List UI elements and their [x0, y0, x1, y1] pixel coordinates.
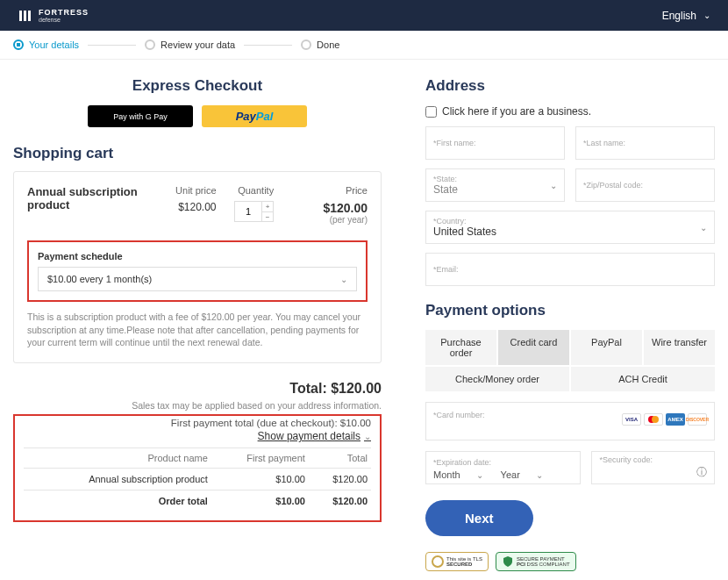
- show-payment-details-toggle[interactable]: Show payment details ⌄: [258, 430, 371, 442]
- price-label: Price: [292, 185, 368, 196]
- qty-up-button[interactable]: +: [262, 202, 273, 211]
- svg-rect-1: [24, 11, 26, 21]
- chevron-down-icon: ⌄: [340, 275, 347, 284]
- gpay-button[interactable]: Pay with G Pay: [88, 105, 193, 127]
- first-payment-line: First payment total (due at checkout): $…: [24, 416, 371, 428]
- table-row: Annual subscription product $10.00 $120.…: [24, 469, 371, 490]
- step-circle-icon: [301, 39, 311, 50]
- security-badges: This site is TLSSECURED SECURE PAYMENTPC…: [425, 552, 715, 571]
- qty-down-button[interactable]: −: [262, 211, 273, 221]
- svg-rect-0: [19, 11, 22, 21]
- th-total: Total: [309, 448, 371, 469]
- paypal-label-2: Pal: [256, 110, 274, 123]
- address-heading: Address: [425, 77, 715, 95]
- business-checkbox[interactable]: [425, 106, 437, 118]
- gpay-label: Pay with G Pay: [113, 112, 168, 121]
- step-circle-icon: [13, 39, 24, 50]
- total-line: Total: $120.00: [13, 381, 382, 397]
- payment-paypal[interactable]: PayPal: [571, 330, 642, 365]
- field-label: Country:: [433, 217, 496, 226]
- language-selector[interactable]: English ⌄: [662, 10, 710, 22]
- per-year-label: (per year): [292, 215, 368, 225]
- mastercard-icon: [644, 413, 663, 426]
- step-your-details[interactable]: Your details: [13, 39, 79, 50]
- chevron-down-icon: ⌄: [700, 223, 707, 233]
- info-icon[interactable]: ⓘ: [696, 465, 707, 480]
- amex-icon: AMEX: [666, 413, 685, 426]
- quantity-input[interactable]: [235, 202, 261, 221]
- payment-purchase-order[interactable]: Purchase order: [425, 330, 496, 365]
- field-label: State:: [433, 175, 458, 183]
- unit-price-value: $120.00: [178, 201, 216, 213]
- subscription-note: This is a subscription product with a fe…: [27, 311, 368, 349]
- app-header: FORTRESS defense English ⌄: [0, 0, 728, 31]
- th-product-name: Product name: [24, 448, 211, 469]
- field-label: Zip/Postal code:: [583, 181, 707, 190]
- chevron-down-icon: ⌄: [703, 11, 710, 20]
- order-total-total: $120.00: [309, 490, 371, 512]
- tls-secured-badge: This site is TLSSECURED: [425, 552, 489, 571]
- pci-compliant-badge: SECURE PAYMENTPCI DSS COMPLIANT: [496, 552, 576, 571]
- cart-box: Annual subscription product Unit price $…: [13, 171, 382, 363]
- order-total-row: Order total $10.00 $120.00: [24, 490, 371, 512]
- payment-details-box: First payment total (due at checkout): $…: [13, 414, 382, 522]
- tax-note: Sales tax may be applied based on your a…: [13, 400, 382, 411]
- payment-ach-credit[interactable]: ACH Credit: [571, 367, 715, 391]
- chevron-down-icon: ⌄: [536, 470, 543, 480]
- business-label: Click here if you are a business.: [442, 105, 591, 118]
- paypal-button[interactable]: PayPal: [202, 105, 307, 127]
- payment-details-table: Product name First payment Total Annual …: [24, 448, 371, 512]
- field-label: First name:: [433, 139, 557, 147]
- field-label: Card number:: [433, 411, 485, 419]
- schedule-select[interactable]: $10.00 every 1 month(s) ⌄: [38, 267, 357, 291]
- cell-first: $10.00: [211, 469, 309, 490]
- step-review[interactable]: Review your data: [145, 39, 235, 50]
- payment-check-money-order[interactable]: Check/Money order: [425, 367, 569, 391]
- expiration-field: Expiration date: Month⌄ Year⌄: [425, 451, 581, 484]
- month-label: Month: [433, 469, 460, 480]
- zip-field[interactable]: Zip/Postal code:: [575, 168, 715, 202]
- brand-sub: defense: [39, 17, 89, 23]
- step-label: Review your data: [161, 39, 235, 50]
- step-circle-icon: [145, 39, 155, 50]
- state-value: State: [433, 183, 458, 196]
- first-name-field[interactable]: First name:: [425, 126, 565, 160]
- chevron-down-icon: ⌄: [550, 181, 557, 190]
- email-field[interactable]: Email:: [425, 253, 715, 286]
- paypal-label-1: Pay: [236, 110, 256, 123]
- field-label: Last name:: [583, 139, 707, 147]
- schedule-label: Payment schedule: [38, 251, 357, 261]
- unit-price-label: Unit price: [140, 185, 216, 196]
- checkout-steps: Your details Review your data Done: [0, 31, 728, 60]
- security-code-field[interactable]: Security code: ⓘ: [591, 451, 715, 484]
- step-label: Done: [317, 39, 339, 50]
- chevron-down-icon: ⌄: [364, 432, 371, 441]
- state-select[interactable]: State:State ⌄: [425, 168, 565, 202]
- step-done[interactable]: Done: [301, 39, 339, 50]
- field-label: Email:: [433, 265, 707, 274]
- last-name-field[interactable]: Last name:: [575, 126, 715, 160]
- card-number-field[interactable]: Card number: VISA AMEX DISCOVER: [425, 402, 715, 440]
- country-select[interactable]: Country:United States ⌄: [425, 211, 715, 244]
- cart-item-name: Annual subscription product: [27, 185, 140, 211]
- fortress-icon: [18, 8, 33, 24]
- discover-icon: DISCOVER: [688, 413, 707, 426]
- payment-options-heading: Payment options: [425, 302, 715, 319]
- schedule-value: $10.00 every 1 month(s): [47, 274, 152, 284]
- field-label: Security code:: [599, 455, 707, 464]
- step-divider: [88, 45, 136, 46]
- payment-credit-card[interactable]: Credit card: [498, 330, 569, 365]
- payment-schedule-box: Payment schedule $10.00 every 1 month(s)…: [27, 240, 368, 302]
- shopping-cart-heading: Shopping cart: [13, 145, 382, 162]
- price-value: $120.00: [323, 201, 368, 215]
- month-select[interactable]: Month⌄: [433, 469, 483, 480]
- brand-logo: FORTRESS defense: [18, 8, 89, 24]
- year-select[interactable]: Year⌄: [501, 469, 543, 480]
- next-button[interactable]: Next: [425, 500, 533, 536]
- order-total-first: $10.00: [211, 490, 309, 512]
- th-first-payment: First payment: [211, 448, 309, 469]
- visa-icon: VISA: [622, 413, 641, 426]
- payment-wire-transfer[interactable]: Wire transfer: [644, 330, 715, 365]
- country-value: United States: [433, 226, 496, 238]
- quantity-stepper[interactable]: + −: [234, 201, 274, 222]
